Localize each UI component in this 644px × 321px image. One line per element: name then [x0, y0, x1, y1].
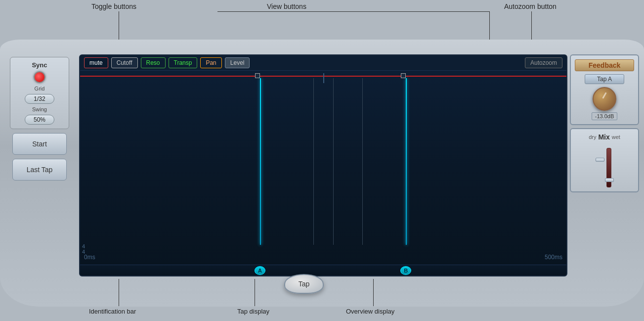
- canvas-area: 0ms 500ms 44: [80, 71, 566, 265]
- swing-label: Swing: [32, 106, 47, 112]
- identification-bar: A B: [80, 265, 566, 275]
- tap-a-button[interactable]: Tap A: [585, 74, 624, 84]
- mix-section: dry Mix wet: [570, 128, 639, 192]
- sliders-row: [596, 143, 613, 187]
- time-end: 500ms: [545, 254, 562, 261]
- autozoom-button[interactable]: Autozoom: [525, 57, 562, 68]
- reso-button[interactable]: Reso: [141, 57, 166, 68]
- tap-display-annotation: Tap display: [237, 308, 269, 315]
- sync-toggle[interactable]: [34, 71, 45, 83]
- dry-label: dry: [589, 134, 596, 140]
- view-buttons-annotation: View buttons: [267, 2, 306, 10]
- wet-slider-track: [606, 148, 611, 187]
- sync-section: Sync Grid 1/32 Swing 50%: [10, 57, 69, 129]
- level-button[interactable]: Level: [225, 57, 250, 68]
- tap-line-1: [260, 78, 261, 245]
- swing-dropdown[interactable]: 50%: [25, 115, 54, 125]
- wet-label: wet: [612, 134, 620, 140]
- tap-line-thin-2: [333, 78, 334, 245]
- center-marker: [323, 73, 324, 83]
- left-panel: Sync Grid 1/32 Swing 50% Start Last Tap: [7, 57, 72, 181]
- toolbar: mute Cutoff Reso Transp Pan Level Autozo…: [80, 55, 566, 71]
- feedback-knob[interactable]: [593, 87, 616, 111]
- wet-slider-thumb[interactable]: [605, 178, 614, 182]
- cutoff-button[interactable]: Cutoff: [111, 57, 138, 68]
- marker-box-a[interactable]: [255, 73, 260, 78]
- id-marker-b[interactable]: B: [400, 266, 411, 275]
- sync-label: Sync: [32, 61, 47, 69]
- mix-title-row: dry Mix wet: [589, 133, 620, 141]
- feedback-knob-container: -13.0dB: [592, 87, 618, 120]
- last-tap-button[interactable]: Last Tap: [12, 159, 67, 181]
- main-display: mute Cutoff Reso Transp Pan Level Autozo…: [79, 54, 567, 276]
- feedback-section: Feedback Tap A -13.0dB: [570, 54, 639, 125]
- grid-label: Grid: [35, 86, 45, 92]
- overview-display-annotation: Overview display: [346, 308, 394, 315]
- dry-slider-track: [598, 148, 602, 187]
- pan-button[interactable]: Pan: [200, 57, 221, 68]
- feedback-label: Feedback: [575, 59, 634, 71]
- tap-button[interactable]: Tap: [284, 274, 324, 294]
- tap-line-2: [406, 78, 407, 245]
- grid-dropdown[interactable]: 1/32: [25, 94, 54, 104]
- tap-line-thin-3: [362, 78, 363, 245]
- marker-box-b[interactable]: [401, 73, 406, 78]
- right-panel: Feedback Tap A -13.0dB dry Mix wet: [570, 54, 639, 192]
- mix-label: Mix: [598, 133, 609, 141]
- toggle-buttons-annotation: Toggle buttons: [91, 2, 136, 10]
- time-signature: 44: [82, 244, 85, 255]
- start-button[interactable]: Start: [12, 133, 67, 155]
- tap-line-thin-1: [313, 78, 314, 245]
- id-bar-annotation: Identification bar: [89, 308, 136, 315]
- autozoom-annotation: Autozoom button: [504, 2, 557, 10]
- dry-slider-thumb[interactable]: [596, 158, 604, 162]
- feedback-value: -13.0dB: [592, 112, 618, 120]
- transp-button[interactable]: Transp: [169, 57, 198, 68]
- id-marker-a[interactable]: A: [255, 266, 265, 275]
- mute-button[interactable]: mute: [84, 57, 108, 68]
- time-start: 0ms: [84, 254, 95, 261]
